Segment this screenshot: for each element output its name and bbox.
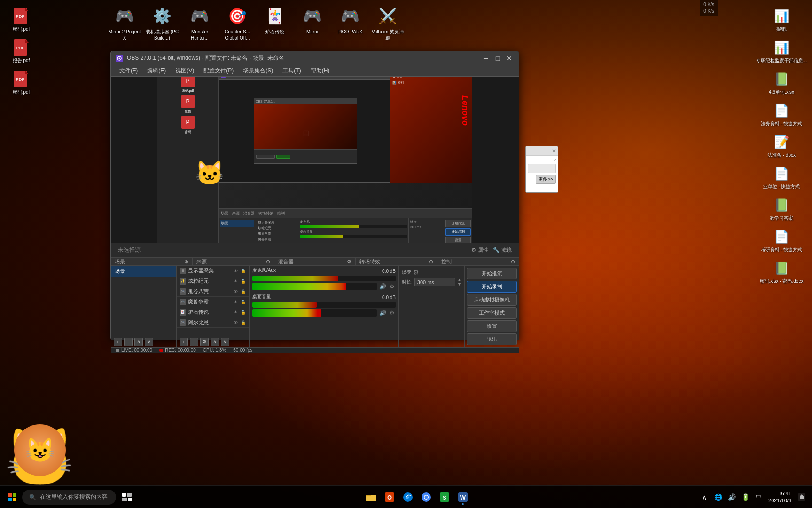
- tray-volume-icon[interactable]: 🔊: [726, 492, 737, 503]
- duration-input[interactable]: 300 ms: [414, 278, 455, 286]
- scenes-add-icon[interactable]: ⊕: [184, 259, 188, 265]
- icon-monster[interactable]: 🎮 Monster Hunter...: [181, 2, 219, 43]
- icon-jiaoxuedaan[interactable]: 📗 教学习答案: [753, 194, 810, 223]
- start-record-button[interactable]: 开始录制: [467, 281, 517, 293]
- icon-yedanwei[interactable]: 📄 业单位 - 快捷方式: [753, 162, 810, 191]
- icon-valheim[interactable]: ⚔️ Valheim 英灵神殿: [369, 2, 406, 43]
- obs-menu-edit[interactable]: 编辑(E): [142, 66, 171, 76]
- scene-add-button[interactable]: +: [114, 338, 122, 346]
- icon-counter[interactable]: 🎯 Counter-S... Global Off...: [219, 2, 256, 43]
- mirror-icon: 🎮: [301, 5, 324, 27]
- icon-fazb[interactable]: 📝 法准备 - docx: [753, 131, 810, 160]
- task-view-button[interactable]: [118, 489, 135, 506]
- icon-mirror2[interactable]: 🎮 Mirror 2 Project X: [106, 2, 143, 43]
- source-item-display[interactable]: 🖥 显示器采集 👁 🔒: [177, 266, 249, 276]
- taskbar-search-bar[interactable]: 🔍 在这里输入你要搜索的内容: [22, 490, 116, 505]
- small-window-close[interactable]: ✕: [552, 148, 556, 154]
- file-explorer-taskbar[interactable]: [363, 489, 380, 506]
- obs-close-button[interactable]: ✕: [505, 54, 514, 63]
- mixer-mute-btn-desktop[interactable]: 🔊: [379, 309, 386, 317]
- source-item-albion[interactable]: 🎮 阿尔比恩 👁 🔒: [177, 318, 249, 328]
- sources-add-icon[interactable]: ⊕: [266, 259, 270, 265]
- source-eye-btn-4[interactable]: 👁: [232, 299, 239, 305]
- source-lock-btn-4[interactable]: 🔒: [240, 299, 246, 305]
- source-lock-button[interactable]: 🔒: [240, 268, 246, 274]
- source-lock-btn-2[interactable]: 🔒: [240, 278, 246, 285]
- scene-remove-button[interactable]: −: [124, 338, 133, 346]
- tray-chevron-icon[interactable]: ∧: [699, 492, 710, 503]
- start-button[interactable]: [5, 490, 20, 505]
- source-eye-button[interactable]: 👁: [232, 268, 239, 274]
- scene-up-button[interactable]: ∧: [134, 338, 143, 346]
- small-window-more-btn[interactable]: 更多 >>: [536, 175, 556, 184]
- scene-down-button[interactable]: ∨: [145, 338, 153, 346]
- notification-icon[interactable]: [796, 492, 807, 503]
- exit-button[interactable]: 退出: [467, 333, 517, 345]
- obs-menu-profile[interactable]: 配置文件(P): [199, 66, 238, 76]
- word-taskbar[interactable]: W: [454, 489, 471, 506]
- settings-button[interactable]: 设置: [467, 320, 517, 332]
- mixer-settings-icon[interactable]: ⚙: [347, 259, 351, 265]
- small-window-help-icon[interactable]: ?: [528, 158, 556, 162]
- icon-hearthstone[interactable]: 🃏 炉石传说: [256, 2, 294, 43]
- source-lock-btn-5[interactable]: 🔒: [240, 309, 246, 316]
- icon-picopark[interactable]: 🎮 PICO PARK: [331, 2, 369, 43]
- mixer-settings-btn[interactable]: ⚙: [388, 283, 396, 290]
- mixer-settings-btn-desktop[interactable]: ⚙: [388, 309, 396, 317]
- icon-jianjian[interactable]: 📊 专职纪检监察干部信息...: [753, 36, 810, 65]
- svg-text:W: W: [460, 494, 466, 501]
- game-taskbar[interactable]: S: [436, 489, 453, 506]
- source-item-guigu[interactable]: 🎮 鬼谷八荒 👁 🔒: [177, 286, 249, 297]
- icon-mimaxlsx[interactable]: 📗 密码.xlsx - 密码.docx: [753, 257, 810, 286]
- controls-add-icon[interactable]: ⊕: [511, 259, 515, 265]
- source-up-button[interactable]: ∧: [211, 338, 219, 346]
- source-item-particles[interactable]: ✨ 炫粒纪元 👁 🔒: [177, 276, 249, 286]
- start-stream-button[interactable]: 开始推流: [467, 268, 517, 279]
- start-virtual-cam-button[interactable]: 启动虚拟摄像机: [467, 294, 517, 306]
- mixer-mute-button[interactable]: 🔊: [379, 283, 386, 290]
- obs-menu-scene-collection[interactable]: 场景集合(S): [238, 66, 278, 76]
- studio-mode-button[interactable]: 工作室模式: [467, 307, 517, 319]
- small-window-input[interactable]: [528, 164, 556, 173]
- icon-fawu[interactable]: 📄 法务资料 - 快捷方式: [753, 99, 810, 128]
- tray-network-icon[interactable]: 🌐: [712, 492, 724, 503]
- obs-menu-help[interactable]: 帮助(H): [306, 66, 335, 76]
- properties-button[interactable]: ⚙ 属性: [471, 246, 488, 254]
- source-eye-btn-2[interactable]: 👁: [232, 278, 239, 285]
- source-lock-btn-3[interactable]: 🔒: [240, 288, 246, 295]
- source-eye-btn-3[interactable]: 👁: [232, 288, 239, 295]
- icon-baoxiao[interactable]: 📊 报销.: [753, 5, 810, 34]
- source-item-moshouzb[interactable]: 🎮 魔兽争霸 👁 🔒: [177, 297, 249, 307]
- taskbar-clock[interactable]: 16:41 2021/10/6: [766, 490, 794, 504]
- source-item-hearthstone[interactable]: 🃏 炉石传说 👁 🔒: [177, 307, 249, 318]
- icon-kaoyanziliao[interactable]: 📄 考研资料 - 快捷方式: [753, 225, 810, 254]
- office-taskbar[interactable]: O: [381, 489, 398, 506]
- ime-indicator[interactable]: 中: [753, 493, 764, 501]
- source-lock-btn-6[interactable]: 🔒: [240, 319, 246, 326]
- source-eye-btn-6[interactable]: 👁: [232, 319, 239, 326]
- icon-pcbuilding[interactable]: ⚙️ 装机模拟器 (PC Build...): [143, 2, 181, 43]
- icon-danci[interactable]: 📗 4.6单词.xlsx: [753, 68, 810, 97]
- icon-mirror[interactable]: 🎮 Mirror: [294, 2, 331, 43]
- source-add-button[interactable]: +: [180, 338, 188, 346]
- obs-menu-view[interactable]: 视图(V): [171, 66, 199, 76]
- source-settings-button[interactable]: ⚙: [200, 338, 209, 346]
- tray-battery-icon[interactable]: 🔋: [740, 492, 751, 503]
- duration-down[interactable]: ▼: [457, 282, 461, 286]
- filters-button[interactable]: 🔧 滤镜: [493, 246, 512, 254]
- source-remove-button[interactable]: −: [190, 338, 198, 346]
- transition-settings-icon[interactable]: ⚙: [413, 269, 419, 276]
- edge-taskbar[interactable]: [399, 489, 416, 506]
- desktop-icon-baogao-pdf[interactable]: PDF 报告.pdf: [2, 36, 40, 65]
- obs-menu-file[interactable]: 文件(F): [115, 66, 142, 76]
- desktop-icon-mima2-pdf[interactable]: PDF 密码.pdf: [2, 68, 40, 97]
- obs-maximize-button[interactable]: □: [493, 54, 502, 63]
- source-down-button[interactable]: ∨: [221, 338, 229, 346]
- obs-menu-tools[interactable]: 工具(T): [278, 66, 305, 76]
- scene-item[interactable]: 场景: [111, 266, 176, 277]
- chrome-taskbar[interactable]: [418, 489, 435, 506]
- transitions-add-icon[interactable]: ⊕: [429, 259, 433, 265]
- obs-minimize-button[interactable]: ─: [481, 54, 491, 63]
- desktop-icon-mima-pdf[interactable]: PDF 密码.pdf: [2, 5, 40, 34]
- source-eye-btn-5[interactable]: 👁: [232, 309, 239, 316]
